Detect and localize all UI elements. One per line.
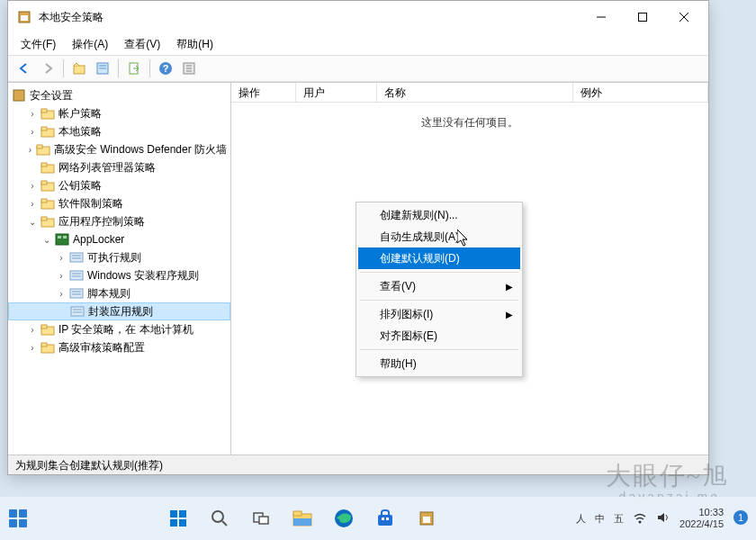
- status-text: 为规则集合创建默认规则(推荐): [15, 459, 163, 472]
- network-icon[interactable]: [633, 511, 647, 526]
- menu-action[interactable]: 操作(A): [65, 34, 115, 55]
- tree-label: 软件限制策略: [58, 196, 123, 212]
- ime-mode[interactable]: 五: [614, 512, 624, 526]
- tree-label: AppLocker: [73, 233, 124, 246]
- expand-icon[interactable]: ›: [26, 197, 39, 210]
- tree-item[interactable]: 封装应用规则: [8, 302, 230, 320]
- taskview-button[interactable]: [243, 500, 279, 536]
- store-icon[interactable]: [367, 500, 403, 536]
- search-button[interactable]: [202, 500, 238, 536]
- svg-rect-57: [170, 519, 177, 526]
- svg-rect-21: [41, 127, 47, 130]
- tree-item[interactable]: 网络列表管理器策略: [8, 158, 230, 176]
- clock[interactable]: 10:33 2022/4/15: [680, 507, 724, 530]
- close-button[interactable]: [663, 3, 705, 32]
- expand-icon[interactable]: ›: [55, 251, 68, 264]
- folder-icon: [40, 197, 55, 210]
- menu-align-icons[interactable]: 对齐图标(E): [358, 325, 520, 346]
- list-body[interactable]: 这里没有任何项目。 创建新规则(N)... 自动生成规则(A)... 创建默认规…: [231, 103, 708, 454]
- menu-create-new-rule[interactable]: 创建新规则(N)...: [358, 204, 520, 226]
- tree-item[interactable]: ›IP 安全策略，在 本地计算机: [8, 320, 230, 338]
- tree-item[interactable]: ›本地策略: [8, 122, 230, 140]
- expand-icon[interactable]: ›: [26, 143, 34, 156]
- svg-rect-17: [14, 90, 24, 101]
- expand-icon[interactable]: ›: [26, 179, 39, 192]
- tree-label: 帐户策略: [58, 106, 102, 122]
- expand-icon[interactable]: ›: [55, 287, 68, 300]
- column-name[interactable]: 名称: [377, 83, 573, 102]
- menu-arrange-icons[interactable]: 排列图标(I)▶: [358, 303, 520, 325]
- tree-root[interactable]: 安全设置: [8, 86, 230, 104]
- tree-item[interactable]: ›公钥策略: [8, 176, 230, 194]
- tray-icon[interactable]: 人: [576, 512, 586, 526]
- tree-item[interactable]: ›软件限制策略: [8, 194, 230, 212]
- tree-item[interactable]: ›高级审核策略配置: [8, 338, 230, 356]
- column-user[interactable]: 用户: [296, 83, 377, 102]
- expand-icon[interactable]: ›: [55, 269, 68, 282]
- notifications-button[interactable]: 1: [733, 509, 749, 527]
- tree-item[interactable]: ›高级安全 Windows Defender 防火墙: [8, 140, 230, 158]
- expand-icon[interactable]: ›: [26, 341, 39, 354]
- up-button[interactable]: [68, 58, 90, 79]
- statusbar: 为规则集合创建默认规则(推荐): [8, 454, 708, 474]
- back-button[interactable]: [14, 58, 35, 79]
- edge-icon[interactable]: [326, 500, 362, 536]
- svg-rect-56: [179, 510, 186, 518]
- tree-panel[interactable]: 安全设置 ›帐户策略›本地策略›高级安全 Windows Defender 防火…: [8, 83, 231, 454]
- volume-icon[interactable]: [656, 511, 670, 526]
- menu-view[interactable]: 查看(V): [117, 34, 167, 55]
- folder-icon: [40, 341, 55, 354]
- help-button[interactable]: ?: [155, 58, 176, 79]
- svg-line-60: [222, 521, 227, 526]
- folder-icon: [40, 323, 55, 336]
- collapse-icon[interactable]: ⌄: [26, 215, 39, 228]
- expand-icon[interactable]: ›: [26, 323, 39, 336]
- tree-item[interactable]: ›脚本规则: [8, 284, 230, 302]
- column-action[interactable]: 操作: [231, 83, 296, 102]
- svg-rect-54: [19, 519, 27, 527]
- ime-indicator[interactable]: 中: [595, 512, 605, 526]
- maximize-button[interactable]: [622, 3, 663, 32]
- tree-item[interactable]: ⌄应用程序控制策略: [8, 212, 230, 230]
- menu-help[interactable]: 帮助(H): [358, 353, 520, 374]
- svg-rect-34: [63, 236, 67, 238]
- svg-rect-19: [41, 109, 47, 112]
- expand-icon[interactable]: ›: [26, 107, 39, 120]
- svg-rect-71: [423, 517, 430, 523]
- tree-label: IP 安全策略，在 本地计算机: [58, 322, 194, 338]
- toolbar-separator: [118, 59, 119, 77]
- minimize-button[interactable]: [580, 3, 622, 32]
- svg-rect-3: [639, 14, 647, 22]
- svg-rect-65: [293, 518, 311, 526]
- menu-help[interactable]: 帮助(H): [169, 34, 220, 55]
- tree-label: 高级安全 Windows Defender 防火墙: [54, 142, 227, 158]
- refresh-button[interactable]: [178, 58, 200, 79]
- tree-label: 封装应用规则: [88, 304, 153, 320]
- widgets-button[interactable]: [7, 500, 29, 536]
- secpol-icon[interactable]: [409, 500, 445, 536]
- start-button[interactable]: [160, 500, 196, 536]
- expand-icon[interactable]: ›: [26, 125, 39, 138]
- window-title: 本地安全策略: [39, 10, 580, 25]
- security-icon: [12, 89, 26, 102]
- context-menu: 创建新规则(N)... 自动生成规则(A)... 创建默认规则(D) 查看(V)…: [356, 202, 523, 377]
- svg-rect-38: [70, 271, 83, 280]
- tree-label: 脚本规则: [87, 286, 130, 302]
- folder-icon: [69, 269, 84, 282]
- properties-button[interactable]: [92, 58, 113, 79]
- menu-file[interactable]: 文件(F): [14, 34, 63, 55]
- tree-item[interactable]: ›帐户策略: [8, 104, 230, 122]
- forward-button[interactable]: [37, 58, 58, 79]
- export-button[interactable]: [123, 58, 145, 79]
- column-exception[interactable]: 例外: [573, 83, 708, 102]
- collapse-icon[interactable]: ⌄: [40, 233, 53, 246]
- window-controls: [580, 3, 705, 32]
- explorer-icon[interactable]: [284, 500, 320, 536]
- toolbar-separator: [63, 59, 64, 77]
- tree-item[interactable]: ⌄AppLocker: [8, 230, 230, 248]
- menu-view[interactable]: 查看(V)▶: [358, 275, 520, 297]
- menu-auto-generate-rules[interactable]: 自动生成规则(A)...: [358, 226, 520, 248]
- menu-create-default-rules[interactable]: 创建默认规则(D): [358, 248, 520, 269]
- tree-item[interactable]: ›可执行规则: [8, 248, 230, 266]
- tree-item[interactable]: ›Windows 安装程序规则: [8, 266, 230, 284]
